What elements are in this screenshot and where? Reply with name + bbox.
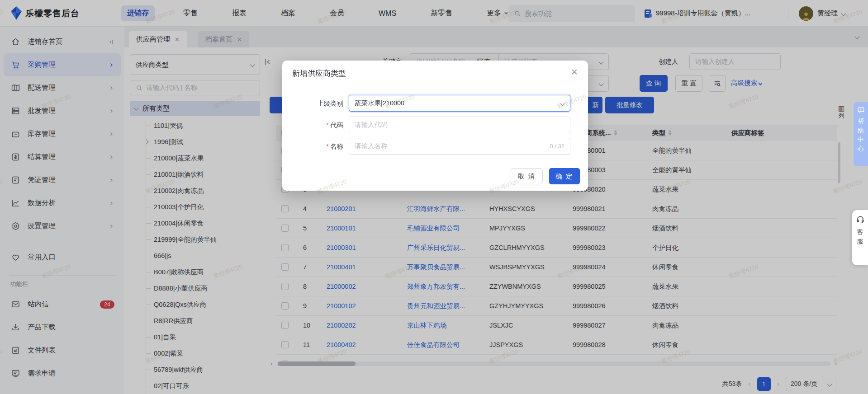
name-input[interactable]: 请输入名称 0 / 32 bbox=[349, 138, 570, 155]
help-center-char: 帮 bbox=[858, 117, 864, 126]
cancel-button[interactable]: 取 消 bbox=[511, 168, 543, 184]
dialog-title: 新增供应商类型 bbox=[292, 68, 346, 79]
confirm-button[interactable]: 确 定 bbox=[549, 168, 580, 184]
customer-service-tab[interactable]: 客服 bbox=[852, 210, 868, 265]
name-label: *名称 bbox=[289, 142, 343, 151]
help-chat-icon bbox=[857, 106, 865, 114]
code-placeholder: 请输入代码 bbox=[355, 121, 388, 129]
close-icon[interactable]: ✕ bbox=[571, 68, 578, 76]
code-input[interactable]: 请输入代码 bbox=[349, 117, 570, 133]
help-center-char: 中 bbox=[858, 135, 864, 144]
customer-service-char: 客 bbox=[857, 227, 863, 237]
name-placeholder: 请输入名称 bbox=[355, 142, 388, 150]
help-center-char: 心 bbox=[858, 144, 864, 153]
help-center-char: 助 bbox=[858, 126, 864, 135]
help-center-tab[interactable]: 帮助中心 bbox=[854, 102, 868, 166]
modal-backdrop[interactable] bbox=[0, 0, 868, 394]
chevron-down-icon bbox=[560, 101, 565, 106]
char-counter: 0 / 32 bbox=[550, 143, 564, 150]
help-center-label: 帮助中心 bbox=[858, 117, 864, 153]
parent-category-value: 蔬菜水果|210000 bbox=[355, 99, 404, 108]
customer-service-label: 客服 bbox=[857, 227, 863, 246]
customer-service-char: 服 bbox=[857, 237, 863, 246]
add-supplier-type-dialog: 新增供应商类型 ✕ 上级类别 蔬菜水果|210000 *代码 请输入代码 *名称… bbox=[282, 61, 588, 191]
code-label: *代码 bbox=[289, 121, 343, 130]
parent-category-select[interactable]: 蔬菜水果|210000 bbox=[349, 95, 570, 112]
headset-icon bbox=[856, 216, 864, 224]
parent-category-label: 上级类别 bbox=[289, 99, 343, 108]
